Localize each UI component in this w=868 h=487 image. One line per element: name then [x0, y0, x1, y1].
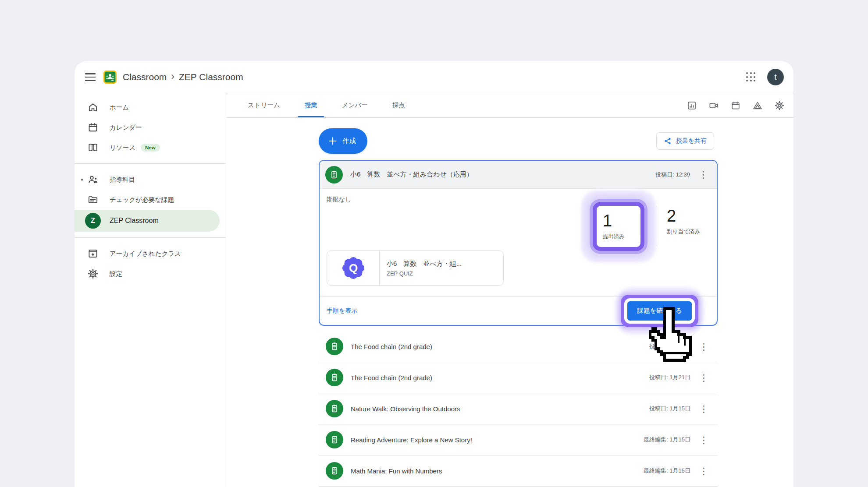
assignment-icon	[326, 369, 343, 386]
assignment-row-meta: 投稿日: 1月21日	[649, 342, 690, 350]
attachment-app-name: ZEP QUIZ	[387, 270, 462, 277]
sidebar-item-home[interactable]: ホーム	[75, 97, 226, 117]
tab-stream[interactable]: ストリーム	[248, 93, 280, 117]
expanded-assignment-card: 小6 算数 並べ方・組み合わせ（応用） 投稿日: 12:39 ⋮ 期限なし 1	[319, 160, 718, 326]
tab-people[interactable]: メンバー	[342, 93, 368, 117]
new-badge: New	[141, 144, 160, 152]
sidebar-label: カレンダー	[110, 124, 142, 132]
sidebar-divider	[75, 237, 226, 238]
assignment-row[interactable]: The Food chain (2nd grade) 投稿日: 1月21日 ⋮	[319, 331, 718, 362]
assignment-row-title: Nature Walk: Observing the Outdoors	[351, 405, 460, 413]
assignment-icon	[326, 400, 343, 417]
tab-grades[interactable]: 採点	[392, 93, 405, 117]
attachment-title: 小6 算数 並べ方・組...	[387, 260, 462, 268]
assignment-icon	[326, 462, 343, 480]
classwork-content: 作成 授業を共有	[226, 118, 793, 487]
assignment-title: 小6 算数 並べ方・組み合わせ（応用）	[350, 170, 473, 179]
calendar-icon	[87, 122, 99, 133]
sidebar-item-archived[interactable]: アーカイブされたクラス	[75, 244, 226, 264]
home-icon	[87, 102, 99, 113]
archive-icon	[87, 248, 99, 259]
assignment-row-meta: 最終編集: 1月15日	[644, 467, 690, 475]
gear-icon	[87, 268, 99, 279]
assignment-card-body: 期限なし 1 提出済み	[320, 189, 717, 296]
plus-icon	[328, 137, 337, 145]
top-app-bar: Classroom › ZEP Classroom t	[75, 61, 793, 93]
sidebar-item-calendar[interactable]: カレンダー	[75, 117, 226, 138]
tab-classwork[interactable]: 授業	[305, 93, 317, 117]
sidebar-divider	[75, 163, 226, 164]
gradebook-icon[interactable]	[686, 100, 697, 111]
google-apps-grid-icon[interactable]	[746, 72, 756, 82]
breadcrumb: Classroom › ZEP Classroom	[123, 71, 243, 83]
kebab-menu-icon[interactable]: ⋮	[697, 169, 710, 180]
drive-icon[interactable]	[752, 100, 763, 111]
assignment-row[interactable]: Reading Adventure: Explore a New Story! …	[319, 424, 718, 455]
settings-gear-icon[interactable]	[774, 100, 785, 111]
turned-in-stat[interactable]: 1 提出済み	[593, 202, 644, 251]
kebab-menu-icon[interactable]: ⋮	[697, 466, 710, 476]
videocam-icon[interactable]	[708, 100, 719, 111]
sidebar-label: 設定	[110, 270, 122, 278]
assignment-row-title: Math Mania: Fun with Numbers	[351, 467, 442, 475]
zep-quiz-logo-icon: Q	[342, 256, 365, 280]
assigned-stat[interactable]: 2 割り当て済み	[667, 202, 700, 236]
class-avatar: Z	[85, 213, 101, 229]
assignment-row-title: Reading Adventure: Explore a New Story!	[351, 436, 472, 444]
sidebar-item-resources[interactable]: リソース New	[75, 138, 226, 158]
create-button[interactable]: 作成	[319, 128, 367, 154]
kebab-menu-icon[interactable]: ⋮	[697, 341, 710, 352]
tab-bar-actions	[686, 93, 793, 117]
kebab-menu-icon[interactable]: ⋮	[697, 434, 710, 445]
submission-stats: 1 提出済み 2 割り当て済み	[593, 202, 700, 251]
assignment-icon	[325, 166, 343, 184]
sidebar: ホーム カレンダー リ	[75, 93, 226, 487]
assigned-count: 2	[667, 208, 700, 225]
main-menu-icon[interactable]	[85, 73, 96, 81]
classwork-toolbar: 作成 授業を共有	[319, 128, 718, 154]
turned-in-count: 1	[603, 212, 640, 230]
assignment-card-footer: 手順を表示 課題を確認する	[320, 296, 717, 325]
sidebar-label: ホーム	[110, 103, 129, 112]
assignment-row[interactable]: The Food chain (2nd grade) 投稿日: 1月21日 ⋮	[319, 362, 718, 393]
attachment-card[interactable]: Q 小6 算数 並べ方・組... ZEP QUIZ	[327, 251, 504, 286]
assignment-icon	[326, 338, 343, 355]
sidebar-item-to-review[interactable]: チェックが必要な課題	[75, 190, 226, 210]
assignment-row-meta: 投稿日: 1月15日	[649, 405, 690, 413]
tab-bar: ストリーム 授業 メンバー 採点	[226, 93, 793, 118]
kebab-menu-icon[interactable]: ⋮	[697, 403, 710, 414]
assignment-icon	[326, 431, 343, 448]
active-tab-indicator	[298, 116, 324, 117]
assignment-row-title: The Food chain (2nd grade)	[351, 343, 432, 350]
assignment-row-meta: 最終編集: 1月15日	[644, 436, 690, 444]
sidebar-label: 指導科目	[110, 176, 135, 184]
main-area: ストリーム 授業 メンバー 採点	[226, 93, 793, 487]
classroom-logo-icon	[103, 71, 117, 84]
assignment-row[interactable]: Nature Walk: Observing the Outdoors 投稿日:…	[319, 393, 718, 424]
sidebar-section-teaching[interactable]: ▾ 指導科目	[75, 169, 226, 190]
chevron-down-icon[interactable]: ▾	[78, 176, 86, 183]
view-instructions-link[interactable]: 手順を表示	[327, 307, 357, 315]
sidebar-label: ZEP Classroom	[110, 217, 159, 225]
breadcrumb-class[interactable]: ZEP Classroom	[179, 72, 243, 82]
folder-icon	[87, 194, 99, 205]
sidebar-item-settings[interactable]: 設定	[75, 264, 226, 284]
calendar-icon[interactable]	[730, 100, 741, 111]
assignment-list: The Food chain (2nd grade) 投稿日: 1月21日 ⋮ …	[319, 331, 718, 487]
assignment-card-header[interactable]: 小6 算数 並べ方・組み合わせ（応用） 投稿日: 12:39 ⋮	[320, 161, 717, 189]
sidebar-item-zep-classroom[interactable]: Z ZEP Classroom	[75, 210, 220, 232]
posted-date: 投稿日: 12:39	[655, 171, 690, 179]
sidebar-label: リソース	[110, 144, 135, 152]
avatar-letter: t	[774, 72, 776, 82]
turned-in-label: 提出済み	[603, 233, 640, 240]
share-class-button[interactable]: 授業を共有	[656, 132, 714, 150]
assignment-row-title: The Food chain (2nd grade)	[351, 374, 432, 381]
breadcrumb-app[interactable]: Classroom	[123, 72, 167, 82]
assigned-label: 割り当て済み	[667, 228, 700, 236]
kebab-menu-icon[interactable]: ⋮	[697, 372, 710, 383]
assignment-row[interactable]: Math Mania: Fun with Numbers 最終編集: 1月15日…	[319, 455, 718, 487]
account-avatar[interactable]: t	[767, 69, 784, 85]
assignment-row-meta: 投稿日: 1月21日	[649, 374, 690, 381]
people-icon	[87, 174, 99, 185]
review-assignment-button[interactable]: 課題を確認する	[627, 301, 692, 321]
